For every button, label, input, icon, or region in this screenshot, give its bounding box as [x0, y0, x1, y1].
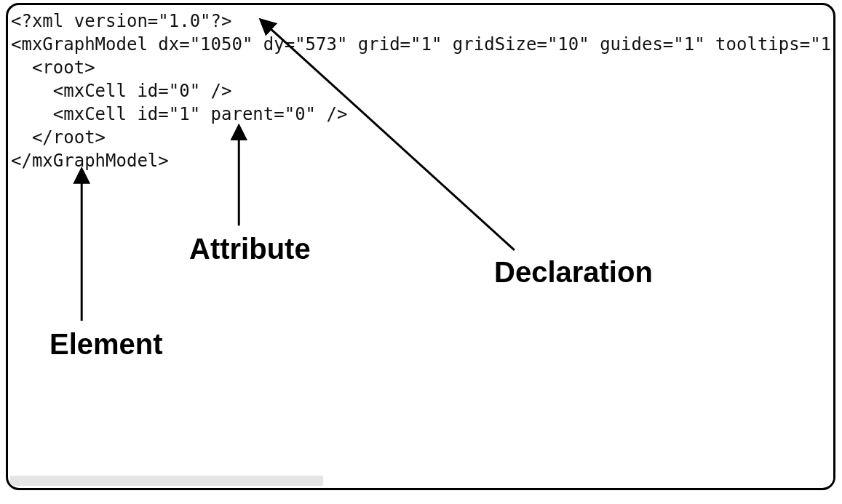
horizontal-scrollbar[interactable]	[10, 476, 835, 486]
label-element: Element	[49, 328, 163, 361]
horizontal-scrollbar-thumb[interactable]	[10, 476, 323, 486]
code-line-7: </mxGraphModel>	[11, 151, 169, 171]
code-line-4: <mxCell id="0" />	[11, 81, 231, 101]
xml-code-block: <?xml version="1.0"?> <mxGraphModel dx="…	[8, 5, 833, 172]
code-line-6: </root>	[11, 127, 106, 148]
code-line-5: <mxCell id="1" parent="0" />	[11, 104, 347, 124]
label-attribute: Attribute	[189, 233, 311, 265]
code-line-3: <root>	[11, 57, 95, 78]
code-line-1: <?xml version="1.0"?>	[11, 11, 231, 31]
code-line-2: <mxGraphModel dx="1050" dy="573" grid="1…	[11, 34, 831, 55]
label-declaration: Declaration	[494, 256, 653, 289]
code-frame: <?xml version="1.0"?> <mxGraphModel dx="…	[6, 3, 835, 490]
